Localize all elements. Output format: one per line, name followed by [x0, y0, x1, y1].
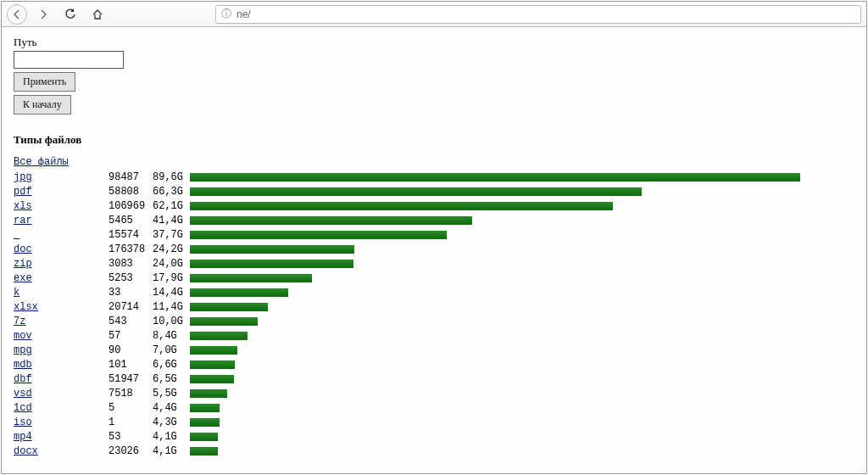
path-input[interactable] [14, 51, 124, 69]
size-bar [190, 231, 447, 239]
file-type-link[interactable]: mpg [14, 344, 32, 356]
file-count: 5 [108, 402, 153, 414]
size-bar [190, 274, 312, 282]
file-type-row: iso14,3G [14, 415, 854, 429]
file-type-link[interactable]: 1cd [14, 402, 32, 414]
back-button[interactable] [7, 4, 27, 25]
file-size: 4,1G [153, 445, 190, 457]
bar-cell [190, 404, 854, 412]
file-type-link[interactable]: 7z [14, 316, 25, 327]
file-size: 10,0G [153, 316, 190, 327]
file-type-link[interactable]: xls [14, 200, 32, 212]
site-info-icon[interactable]: ⓘ [221, 7, 231, 21]
file-size: 4,1G [153, 431, 190, 443]
file-type-link[interactable]: _ [14, 229, 19, 241]
file-type-row: xls10696962,1G [14, 198, 854, 213]
size-bar [190, 173, 800, 182]
file-type-row: 7z54310,0G [14, 314, 854, 328]
bar-cell [190, 274, 854, 282]
file-count: 90 [108, 344, 153, 356]
size-bar [190, 346, 237, 355]
size-bar [190, 260, 353, 268]
file-type-row: exe525317,9G [14, 271, 854, 285]
file-type-link[interactable]: xlsx [14, 301, 38, 313]
path-label: Путь [14, 36, 854, 49]
file-type-link[interactable]: dbf [14, 373, 32, 385]
file-type-link[interactable]: pdf [14, 186, 32, 198]
all-files-link[interactable]: Все файлы [14, 156, 69, 168]
size-bar [190, 447, 218, 455]
browser-window: ⓘ ne/ Путь Применть К началу Типы файлов… [1, 1, 867, 474]
reload-button[interactable] [59, 5, 81, 24]
size-bar [190, 360, 235, 369]
browser-toolbar: ⓘ ne/ [2, 2, 866, 27]
file-type-link[interactable]: exe [14, 272, 32, 284]
bar-cell [190, 245, 854, 254]
bar-cell [190, 216, 854, 225]
size-bar [190, 216, 472, 225]
file-size: 7,0G [153, 344, 190, 356]
reset-button[interactable]: К началу [14, 95, 71, 115]
file-type-row: jpg9848789,6G [14, 170, 854, 184]
bar-cell [190, 317, 854, 326]
bar-cell [190, 447, 854, 455]
file-type-link[interactable]: k [14, 287, 19, 299]
home-button[interactable] [86, 5, 108, 24]
file-type-row: docx230264,1G [14, 444, 854, 458]
file-size: 66,3G [153, 186, 190, 198]
file-size: 4,3G [153, 416, 190, 428]
file-type-row: mpg907,0G [14, 343, 854, 357]
file-count: 53 [108, 431, 153, 443]
file-type-link[interactable]: zip [14, 258, 32, 270]
file-size: 11,4G [153, 301, 190, 313]
size-bar [190, 303, 268, 311]
file-count: 101 [108, 359, 153, 371]
file-type-row: mdb1016,6G [14, 357, 854, 372]
bar-cell [190, 187, 854, 196]
file-type-link[interactable]: docx [14, 445, 38, 457]
forward-button[interactable] [32, 5, 54, 24]
file-size: 8,4G [153, 330, 190, 342]
bar-cell [190, 288, 854, 297]
file-size: 89,6G [153, 171, 190, 183]
file-count: 176378 [108, 243, 153, 255]
file-type-link[interactable]: iso [14, 416, 32, 428]
file-count: 7518 [108, 388, 153, 400]
address-text: ne/ [236, 8, 251, 20]
size-bar [190, 375, 234, 383]
file-type-link[interactable]: doc [14, 243, 32, 255]
file-count: 33 [108, 287, 153, 299]
file-size: 24,0G [153, 258, 190, 270]
size-bar [190, 389, 227, 398]
size-bar [190, 404, 220, 412]
file-type-row: _1557437,7G [14, 227, 854, 242]
file-types-heading: Типы файлов [14, 133, 854, 147]
file-count: 57 [108, 330, 153, 342]
file-type-list: jpg9848789,6Gpdf5880866,3Gxls10696962,1G… [14, 170, 854, 458]
file-count: 3083 [108, 258, 153, 270]
size-bar [190, 245, 354, 254]
file-count: 51947 [108, 373, 153, 385]
bar-cell [190, 173, 854, 182]
file-type-row: zip308324,0G [14, 256, 854, 271]
apply-button[interactable]: Применть [14, 72, 75, 92]
file-type-link[interactable]: jpg [14, 171, 32, 183]
file-size: 14,4G [153, 287, 190, 299]
file-size: 24,2G [153, 243, 190, 255]
bar-cell [190, 433, 854, 441]
file-type-link[interactable]: mov [14, 330, 32, 342]
size-bar [190, 433, 218, 441]
file-type-row: mov578,4G [14, 328, 854, 343]
file-type-row: pdf5880866,3G [14, 184, 854, 198]
file-type-row: dbf519476,5G [14, 372, 854, 386]
address-bar[interactable]: ⓘ ne/ [215, 5, 861, 24]
file-type-link[interactable]: mp4 [14, 431, 32, 443]
file-type-row: rar546541,4G [14, 213, 854, 227]
bar-cell [190, 260, 854, 268]
file-count: 543 [108, 316, 153, 327]
bar-cell [190, 332, 854, 340]
file-type-link[interactable]: vsd [14, 388, 32, 400]
file-type-link[interactable]: rar [14, 215, 32, 226]
file-size: 17,9G [153, 272, 190, 284]
file-type-link[interactable]: mdb [14, 359, 32, 371]
